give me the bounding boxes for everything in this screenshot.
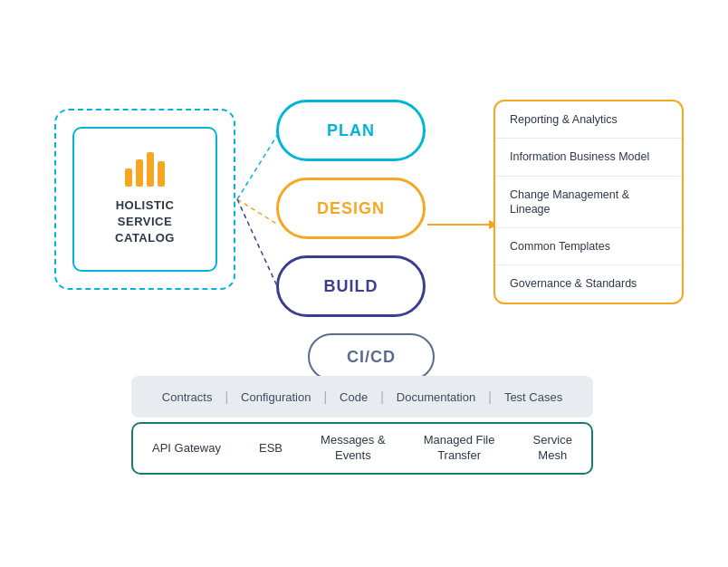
build-label: BUILD: [324, 277, 378, 296]
pills-column: PLAN DESIGN BUILD: [276, 100, 426, 317]
contracts-item-4: Documentation: [384, 390, 488, 404]
plan-pill[interactable]: PLAN: [276, 100, 426, 161]
reporting-analytics-text: Reporting & Analytics: [510, 113, 618, 126]
contracts-item-2: Configuration: [228, 390, 323, 404]
information-business-model-text: Information Business Model: [510, 150, 649, 163]
holistic-inner-box: HOLISTIC SERVICE CATALOG: [72, 127, 217, 272]
cicd-pill[interactable]: CI/CD: [308, 333, 435, 380]
bar4: [158, 161, 165, 187]
cicd-label: CI/CD: [347, 348, 396, 367]
right-panel-item-5: Governance & Standards: [495, 265, 682, 302]
contracts-item-5: Test Cases: [492, 390, 575, 404]
diagram-container: HOLISTIC SERVICE CATALOG PLAN DESIGN BUI…: [0, 0, 728, 567]
bar1: [125, 168, 132, 187]
governance-standards-text: Governance & Standards: [510, 277, 637, 290]
common-templates-text: Common Templates: [510, 240, 610, 253]
esb-item: ESB: [252, 441, 290, 456]
holistic-line1: HOLISTIC: [116, 198, 175, 212]
design-pill[interactable]: DESIGN: [276, 178, 426, 239]
right-panel-item-4: Common Templates: [495, 228, 682, 265]
messages-events-item: Messages &Events: [313, 433, 393, 464]
svg-line-1: [237, 199, 278, 225]
service-mesh-item: ServiceMesh: [526, 433, 580, 464]
right-panel-item-2: Information Business Model: [495, 139, 682, 176]
change-management-text: Change Management & Lineage: [510, 188, 629, 216]
build-pill[interactable]: BUILD: [276, 255, 426, 317]
holistic-label: HOLISTIC SERVICE CATALOG: [94, 197, 196, 247]
design-label: DESIGN: [317, 199, 385, 218]
right-panel-item-3: Change Management & Lineage: [495, 177, 682, 229]
contracts-bar: Contracts | Configuration | Code | Docum…: [131, 376, 593, 418]
svg-line-0: [237, 134, 278, 199]
contracts-item-1: Contracts: [149, 390, 225, 404]
svg-line-2: [237, 199, 278, 288]
api-gateway-item: API Gateway: [145, 441, 228, 456]
right-panel-item-1: Reporting & Analytics: [495, 101, 682, 139]
managed-file-transfer-item: Managed FileTransfer: [417, 433, 503, 464]
right-panel: Reporting & Analytics Information Busine…: [493, 100, 684, 304]
plan-label: PLAN: [327, 121, 375, 140]
api-gateway-bar: API Gateway ESB Messages &Events Managed…: [131, 422, 593, 475]
holistic-service-catalog-box: HOLISTIC SERVICE CATALOG: [54, 109, 235, 290]
bar-chart-icon: [125, 152, 165, 187]
holistic-line2: SERVICE CATALOG: [115, 215, 175, 245]
bar2: [136, 159, 143, 187]
contracts-item-3: Code: [327, 390, 380, 404]
bar3: [147, 152, 154, 187]
